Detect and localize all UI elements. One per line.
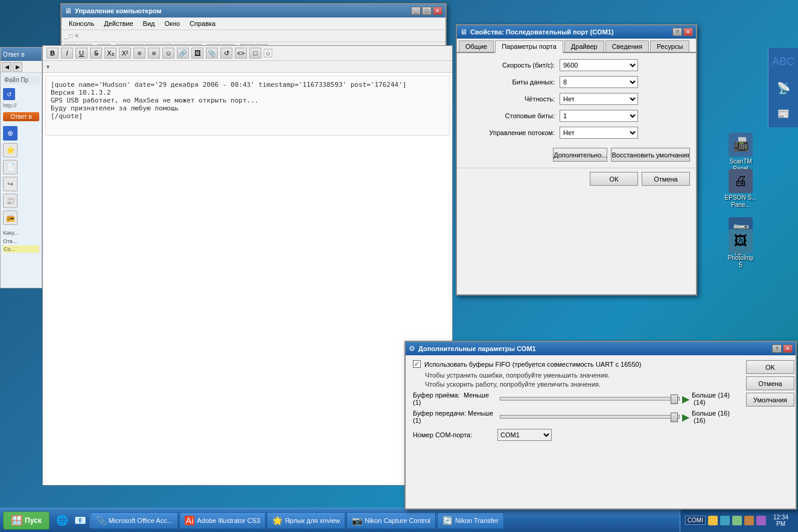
tab-driver[interactable]: Драйвер — [564, 40, 604, 52]
strikethrough-button[interactable]: S̶ — [90, 48, 102, 59]
restore-button[interactable]: Восстановить умолчания — [611, 148, 690, 162]
taskbar-item-office[interactable]: 📎 Microsoft Office Acc... — [91, 512, 178, 529]
underline-button[interactable]: U — [75, 48, 88, 59]
post-content-area[interactable]: [quote name='Hudson' date='29 декабря 20… — [45, 75, 450, 136]
tray-icon-5 — [756, 516, 766, 525]
photoimp-icon-label: PhotoImp5 — [728, 255, 754, 269]
send-slider-thumb[interactable] — [671, 413, 678, 422]
advanced-icon: ⚙ — [409, 344, 415, 353]
minimize-button[interactable]: _ — [411, 7, 421, 15]
taskbar-item-xnview[interactable]: 🌟 Ярлык для xnview — [267, 512, 345, 529]
recv-slider-row: Буфер приёма: Меньше (1) ▶ Больше (14) (… — [413, 391, 734, 406]
tray-icon-3 — [732, 516, 742, 525]
tray-comi-text: COMI — [685, 516, 706, 525]
quicklaunch-ie[interactable]: 🌐 — [55, 513, 69, 528]
news-icon[interactable]: 📰 — [773, 103, 794, 124]
misc-button[interactable]: □ — [249, 48, 261, 59]
menu-window[interactable]: Окно — [160, 19, 185, 28]
left-browser-titlebar: Ответ в — [1, 48, 42, 61]
flow-select[interactable]: Нет Аппаратное XON/XOFF — [560, 127, 638, 139]
post-area-window: B I U S̶ X₂ X² ≡ ≡ ☺ 🔗 🖼 📎 ↺ <> □ ☺ ▼ [q… — [42, 45, 453, 486]
align-right-button[interactable]: ≡ — [148, 48, 160, 59]
advanced-close-button[interactable]: ✕ — [783, 344, 793, 353]
advanced-defaults-button[interactable]: Умолчания — [746, 393, 794, 407]
props-cancel-button[interactable]: Отмена — [642, 172, 690, 186]
sidebar-btn-2[interactable]: ⭐ — [3, 143, 18, 157]
speed-select[interactable]: 9600 115200 57600 — [560, 59, 638, 71]
tab-info[interactable]: Сведения — [605, 40, 649, 52]
tab-port-params[interactable]: Параметры порта — [495, 40, 563, 53]
desktop-icon-photoimp[interactable]: 🖼 PhotoImp5 — [720, 229, 762, 269]
parity-select[interactable]: Нет Чётный Нечётный — [560, 93, 638, 105]
tab-general[interactable]: Общие — [459, 40, 494, 52]
props-window: 🖥 Свойства: Последовательный порт (COM1)… — [456, 24, 697, 296]
rss-icon[interactable]: 📡 — [773, 77, 794, 98]
props-title: Свойства: Последовательный порт (COM1) — [470, 28, 669, 36]
props-tab-bar: Общие Параметры порта Драйвер Сведения Р… — [457, 39, 696, 53]
italic-button[interactable]: I — [61, 48, 73, 59]
back-button[interactable]: ◀ — [2, 62, 11, 72]
sidebar-btn-6[interactable]: 📻 — [3, 211, 18, 225]
parity-label: Чётность: — [463, 95, 560, 103]
desktop-icon-scan[interactable]: 📠 ScanTMPanel — [720, 133, 762, 173]
tab-resources[interactable]: Ресурсы — [650, 40, 689, 52]
send-slider-track[interactable] — [500, 415, 680, 419]
recv-slider-thumb[interactable] — [671, 394, 678, 404]
subscript-button[interactable]: X₂ — [104, 48, 117, 59]
attach-button[interactable]: 📎 — [206, 48, 218, 59]
props-ok-button[interactable]: ОК — [590, 172, 638, 186]
send-more-label: Больше (16) (16) — [692, 410, 734, 424]
tray-icon-2 — [720, 516, 730, 525]
recv-slider-track[interactable] — [500, 397, 680, 401]
sidebar-btn-4[interactable]: ↪ — [3, 177, 18, 191]
advanced-controls: ? ✕ — [772, 344, 793, 353]
sidebar-btn-5[interactable]: 📰 — [3, 194, 18, 208]
bold-button[interactable]: B — [46, 48, 59, 59]
fifo-checkbox[interactable]: ✓ — [413, 360, 421, 368]
taskbar-item-ai[interactable]: Ai Adobe Illustrator CS3 — [179, 512, 266, 529]
advanced-title: Дополнительные параметры COM1 — [418, 345, 769, 352]
props-help-button[interactable]: ? — [672, 28, 682, 36]
emoji-button[interactable]: ☺ — [162, 48, 174, 59]
superscript-button[interactable]: X² — [119, 48, 131, 59]
props-action-buttons: Дополнительно... Восстановить умолчания — [463, 148, 690, 162]
sidebar-btn-1[interactable]: ⊕ — [3, 126, 18, 141]
maximize-button[interactable]: □ — [422, 7, 432, 15]
forward-button[interactable]: ▶ — [13, 62, 22, 72]
taskbar-nikon-label: Nikon Capture Control — [365, 517, 430, 524]
stop-select[interactable]: 1 2 1.5 — [560, 110, 638, 122]
desktop-icon-epson[interactable]: 🖨 EPSON S...Pane... — [720, 169, 762, 209]
comp-mgmt-controls: _ □ ✕ — [411, 7, 442, 15]
quicklaunch-email[interactable]: 📧 — [73, 513, 88, 528]
props-close-button[interactable]: ✕ — [683, 28, 693, 36]
menu-help[interactable]: Справка — [185, 19, 220, 28]
undo-button[interactable]: ↺ — [220, 48, 232, 59]
advanced-button[interactable]: Дополнительно... — [553, 148, 607, 162]
link-button[interactable]: 🔗 — [177, 48, 189, 59]
props-footer: ОК Отмена — [457, 168, 696, 189]
menu-action[interactable]: Действие — [99, 19, 138, 28]
info-text-1: Чтобы устранить ошибки, попробуйте умень… — [413, 372, 734, 379]
code-button[interactable]: <> — [235, 48, 247, 59]
tray-icon-1 — [708, 516, 718, 525]
advanced-cancel-button[interactable]: Отмена — [746, 376, 794, 390]
menu-view[interactable]: Вид — [138, 19, 160, 28]
menu-console[interactable]: Консоль — [64, 19, 99, 28]
right-side-panel: ABC 📡 📰 — [768, 48, 798, 127]
image-button[interactable]: 🖼 — [191, 48, 203, 59]
parity-select-wrapper: Нет Чётный Нечётный — [560, 93, 638, 105]
advanced-ok-button[interactable]: OK — [746, 360, 794, 374]
parity-row: Чётность: Нет Чётный Нечётный — [463, 93, 690, 105]
align-left-button[interactable]: ≡ — [133, 48, 145, 59]
advanced-help-button[interactable]: ? — [772, 344, 782, 353]
sidebar-btn-3[interactable]: 📄 — [3, 160, 18, 174]
comport-select[interactable]: COM1 COM2 COM3 — [497, 429, 552, 441]
taskbar-office-label: Microsoft Office Acc... — [109, 517, 173, 524]
taskbar-item-nikon[interactable]: 📷 Nikon Capture Control — [346, 512, 436, 529]
comport-label: Номер COM-порта: — [413, 431, 497, 439]
start-button[interactable]: 🪟 Пуск — [3, 511, 49, 530]
bits-select[interactable]: 8 7 — [560, 76, 638, 88]
abc-icon[interactable]: ABC — [773, 51, 794, 72]
taskbar-item-transfer[interactable]: 🔄 Nikon Transfer — [437, 512, 504, 529]
close-button[interactable]: ✕ — [433, 7, 442, 15]
